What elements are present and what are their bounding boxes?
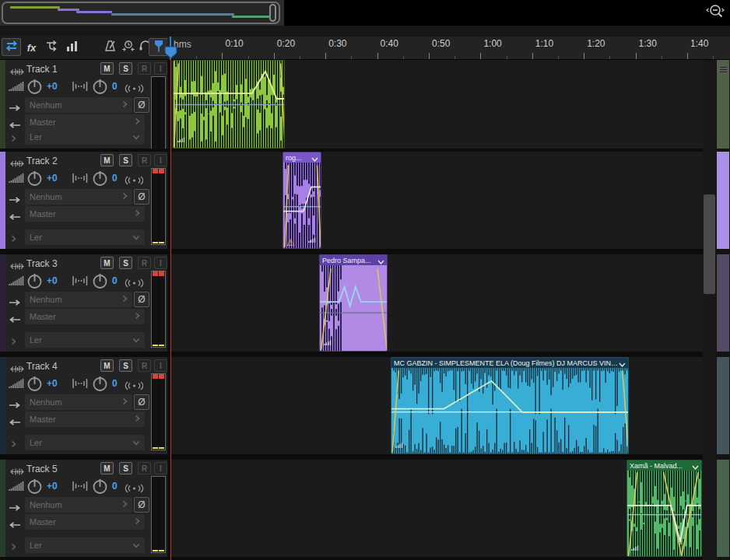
fx-tool-button[interactable]: fx (22, 38, 41, 56)
pan-value[interactable]: 0 (112, 81, 118, 92)
rail-zoom-grip[interactable] (718, 65, 728, 74)
ruler-tick-label: 0:10 (225, 38, 243, 49)
clip-fade-line[interactable] (377, 268, 387, 349)
meter-clip-indicator[interactable] (153, 374, 158, 379)
meter-clip-indicator[interactable] (159, 271, 164, 276)
pan-value[interactable]: 0 (112, 481, 118, 492)
meter-clip-indicator[interactable] (159, 374, 164, 379)
ruler-major-tick (274, 53, 275, 59)
track-lane[interactable] (170, 460, 703, 557)
record-arm-button[interactable]: R (138, 154, 151, 166)
phase-invert-button[interactable]: Ø (134, 497, 149, 513)
clip-title-bar: MC GABZIN - SIMPLESMENTE ELA (Doug Filme… (391, 358, 628, 368)
overview-visible-range[interactable] (2, 2, 280, 24)
meter-clip-indicator[interactable] (159, 169, 164, 173)
clip-menu-chevron-icon[interactable] (377, 254, 384, 268)
chevron-right-icon (122, 192, 128, 201)
pan-value[interactable]: 0 (112, 275, 118, 286)
meter-clip-indicator[interactable] (153, 271, 158, 276)
mute-button[interactable]: M (100, 462, 114, 474)
phase-invert-button[interactable]: Ø (134, 189, 149, 205)
move-tool-button[interactable] (2, 38, 21, 56)
output-select[interactable]: Master (25, 114, 145, 130)
volume-knob[interactable] (26, 272, 43, 292)
mute-button[interactable]: M (100, 359, 114, 372)
pan-knob[interactable] (92, 375, 108, 395)
record-arm-button[interactable]: R (138, 462, 151, 474)
mute-button[interactable]: M (100, 257, 114, 269)
volume-knob[interactable] (26, 78, 43, 98)
track-lane[interactable] (170, 254, 703, 352)
phase-invert-button[interactable]: Ø (134, 394, 149, 410)
input-monitor-button[interactable]: I (154, 154, 167, 166)
input-monitor-button[interactable]: I (154, 462, 167, 474)
input-select[interactable]: Nenhum (25, 394, 132, 410)
record-arm-button[interactable]: R (138, 62, 151, 75)
input-monitor-button[interactable]: I (154, 257, 167, 269)
audio-clip[interactable] (173, 60, 285, 149)
mute-button[interactable]: M (100, 62, 114, 75)
volume-knob[interactable] (26, 375, 43, 395)
overview-resize-handle[interactable] (269, 4, 276, 22)
output-select[interactable]: Master (25, 206, 145, 222)
audio-clip[interactable]: MC GABZIN - SIMPLESMENTE ELA (Doug Filme… (391, 357, 629, 454)
output-select[interactable]: Master (25, 411, 145, 427)
pan-knob[interactable] (92, 272, 108, 292)
automation-mode-select[interactable]: Ler (25, 537, 145, 553)
timeline-ruler[interactable]: hms 0:100:200:300:400:501:001:101:201:30… (167, 37, 730, 60)
rail-track-segment (717, 357, 729, 454)
pan-knob[interactable] (92, 170, 108, 190)
volume-value[interactable]: +0 (47, 378, 58, 389)
automation-mode-select[interactable]: Ler (25, 229, 145, 245)
automation-mode-select[interactable]: Ler (25, 435, 145, 450)
clip-title-bar: Pedro Sampa... (320, 255, 387, 265)
audio-clip[interactable]: Pedro Sampa... (319, 254, 388, 352)
solo-button[interactable]: S (119, 359, 132, 372)
track-lane[interactable] (170, 152, 703, 249)
solo-button[interactable]: S (119, 62, 132, 75)
input-monitor-button[interactable]: I (154, 62, 167, 75)
clip-menu-chevron-icon[interactable] (311, 152, 318, 165)
zoom-navigator-icon[interactable] (705, 3, 727, 23)
volume-value[interactable]: +0 (47, 481, 58, 492)
pan-value[interactable]: 0 (112, 378, 118, 389)
automation-mode-select[interactable]: Ler (25, 332, 145, 348)
volume-knob[interactable] (26, 478, 43, 498)
input-select[interactable]: Nenhum (25, 497, 132, 513)
pan-knob[interactable] (92, 478, 108, 498)
audio-clip[interactable]: rog...⚠ (283, 152, 321, 249)
pan-knob[interactable] (92, 78, 108, 98)
automation-mode-select[interactable]: Ler (25, 129, 145, 145)
metronome-toggle-button[interactable] (100, 38, 120, 56)
phase-invert-button[interactable]: Ø (134, 97, 149, 113)
volume-envelope-line[interactable] (320, 287, 388, 306)
route-tool-button[interactable] (42, 38, 61, 56)
clip-title-label: rog... (286, 154, 302, 162)
input-select[interactable]: Nenhum (25, 97, 132, 113)
audio-clip[interactable]: Xamã - Malvad... (626, 460, 702, 557)
pan-value[interactable]: 0 (112, 173, 118, 184)
clip-menu-chevron-icon[interactable] (619, 357, 626, 370)
input-select[interactable]: Nenhum (25, 189, 132, 205)
chevron-down-icon (132, 438, 140, 447)
volume-knob[interactable] (26, 170, 43, 190)
record-arm-button[interactable]: R (138, 257, 151, 269)
record-arm-button[interactable]: R (138, 359, 151, 372)
vertical-scrollbar-thumb[interactable] (704, 194, 715, 294)
clip-menu-chevron-icon[interactable] (692, 460, 699, 473)
output-select[interactable]: Master (25, 309, 145, 324)
vertical-scrollbar[interactable] (703, 60, 716, 560)
meters-tool-button[interactable] (62, 38, 82, 56)
solo-button[interactable]: S (119, 257, 132, 269)
solo-button[interactable]: S (119, 154, 132, 166)
input-monitor-button[interactable]: I (154, 359, 167, 372)
meter-clip-indicator[interactable] (153, 169, 158, 173)
phase-invert-button[interactable]: Ø (134, 292, 149, 307)
mute-button[interactable]: M (100, 154, 114, 166)
volume-value[interactable]: +0 (47, 275, 58, 286)
input-select[interactable]: Nenhum (25, 292, 132, 307)
volume-value[interactable]: +0 (47, 81, 58, 92)
solo-button[interactable]: S (119, 462, 132, 474)
volume-value[interactable]: +0 (47, 173, 58, 184)
output-select[interactable]: Master (25, 514, 145, 530)
